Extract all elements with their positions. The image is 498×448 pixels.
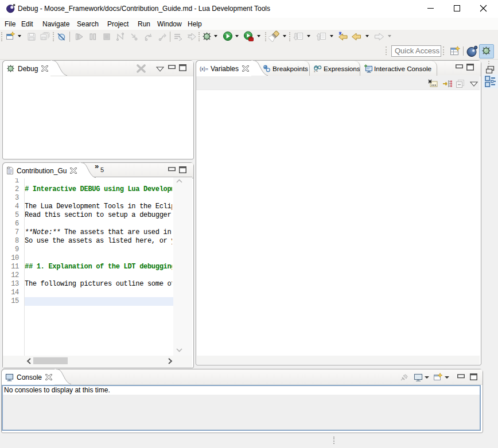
svg-text:=: = [316,69,318,73]
